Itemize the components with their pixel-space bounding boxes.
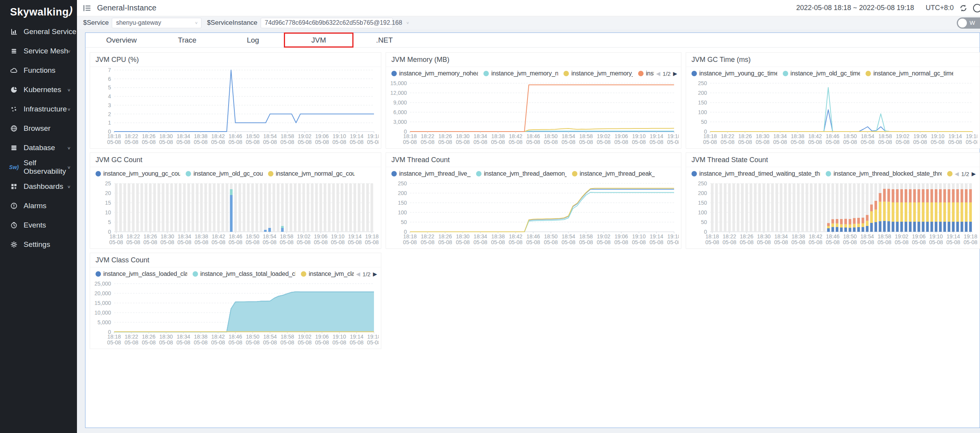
sidebar-item-service-mesh[interactable]: Service Mesh ∨ [0,41,77,61]
page-title: General-Instance [97,3,156,12]
legend-item[interactable]: instance_jvm_normal_gc_count [268,170,355,177]
svg-text:18:50: 18:50 [544,133,558,139]
timezone-label[interactable]: UTC+8:0 [925,4,954,12]
legend-prev-page-icon[interactable]: ◀ [356,271,360,277]
legend-dot [783,71,788,76]
svg-text:05-08: 05-08 [438,239,452,245]
legend-item[interactable]: instance_jvm_thread_timed_waiting_state_… [691,170,820,177]
legend-item[interactable]: instance_jvm_old_gc_time [783,70,860,77]
auto-refresh-toggle[interactable]: W [957,17,980,29]
service-select[interactable]: shenyu-gateway ∨ [112,18,201,28]
svg-text:19:14: 19:14 [650,233,663,240]
svg-text:100: 100 [698,209,707,216]
sidebar-item-dashboards[interactable]: Dashboards ∨ [0,177,77,196]
svg-text:18:58: 18:58 [280,133,294,139]
svg-text:05-08: 05-08 [757,239,771,245]
sidebar-item-infrastructure[interactable]: Infrastructure ∨ [0,99,77,119]
svg-text:19:06: 19:06 [615,233,628,240]
legend-item[interactable]: instance_jvm_thread_blocked_state_thread… [826,170,942,177]
svg-text:18:22: 18:22 [126,233,140,240]
legend-item[interactable]: instance_jvm_memory_noheap [483,70,558,77]
svg-text:05-08: 05-08 [843,239,857,245]
svg-text:18:34: 18:34 [774,233,788,240]
svg-text:05-08: 05-08 [315,339,329,346]
legend-item[interactable]: instance_jvm_memory_heap [563,70,633,77]
legend-item[interactable]: instance_jvm_class_to [301,270,355,277]
legend-item[interactable]: instance_jvm_thread_peak_count [572,170,655,177]
legend-next-page-icon[interactable]: ▶ [673,70,677,77]
sidebar-item-settings[interactable]: Settings [0,235,77,254]
svg-text:18:26: 18:26 [142,334,155,340]
tab-trace[interactable]: Trace [154,36,220,44]
svg-text:05-08: 05-08 [579,239,593,245]
svg-text:19:10: 19:10 [632,233,645,240]
svg-text:18:34: 18:34 [773,133,787,139]
svg-text:05-08: 05-08 [509,139,522,145]
sidebar-item-label: Functions [24,66,55,75]
svg-text:05-08: 05-08 [229,239,242,245]
sidebar-item-alarms[interactable]: Alarms [0,196,77,216]
legend-item[interactable]: instance_jvm_class_total_loaded_class_co… [193,270,296,277]
clock-icon[interactable] [973,4,980,12]
svg-text:05-08: 05-08 [297,239,311,245]
svg-text:18:58: 18:58 [280,233,294,240]
service-instance-select-value: 74d96c778c694c6b9b6322c62d55b765@192.168 [265,19,402,26]
svg-text:05-08: 05-08 [314,239,328,245]
legend-item[interactable]: instance_jvm_old_gc_count [186,170,263,177]
tab-jvm[interactable]: JVM [286,36,352,44]
refresh-icon[interactable] [959,4,968,12]
tab-log[interactable]: Log [220,36,286,44]
legend-dot [193,271,198,277]
sidebar-item-label: Service Mesh [24,47,68,55]
legend-item[interactable]: instance_jvm_thread_daemon_count [476,170,567,177]
svg-text:05-08: 05-08 [107,139,121,145]
legend-item[interactable]: instance_jvm_class_loaded_class_count [96,270,187,277]
legend-item[interactable]: instance_jvm_young_gc_time [691,70,777,77]
legend-item[interactable]: instance_jvm_normal_gc_time [866,70,953,77]
sidebar-item-self-observability[interactable]: Sw) Self Observability ∨ [0,157,77,177]
sidebar-item-events[interactable]: Events [0,216,77,235]
svg-text:18:30: 18:30 [456,133,470,139]
legend-item[interactable]: instance_jvm_thread_live_count [391,170,471,177]
chart-plot: 05010015020025018:1805-0818:2205-0818:26… [388,180,679,246]
service-instance-select[interactable]: 74d96c778c694c6b9b6322c62d55b765@192.168… [261,18,393,28]
sidebar-fold-icon[interactable] [82,3,92,13]
legend-dot [186,171,191,176]
chart-panel-jvm-class-count: JVM Class Count instance_jvm_class_loade… [90,253,381,349]
svg-text:05-08: 05-08 [367,139,379,145]
tab-dotnet[interactable]: .NET [352,36,417,44]
chart-title: JVM Thread State Count [686,153,980,167]
svg-text:50: 50 [701,119,707,125]
sidebar-item-kubernetes[interactable]: Kubernetes ∨ [0,80,77,99]
time-range-picker[interactable]: 2022-05-08 18:18 ~ 2022-05-08 19:18 [796,4,914,12]
app-root: Skywalking) General Service Service Mesh… [0,0,980,433]
svg-text:50: 50 [401,219,407,225]
sidebar-item-database[interactable]: Database ∨ [0,138,77,157]
svg-text:05-08: 05-08 [720,139,734,145]
legend-item[interactable]: instance_jvm_young_gc_count [96,170,180,177]
sidebar-item-general-service[interactable]: General Service [0,22,77,41]
svg-text:05-08: 05-08 [826,139,840,145]
svg-text:18:38: 18:38 [792,233,805,240]
legend-label: instance_jvm_normal_gc_time [873,70,953,77]
sidebar-item-browser[interactable]: Browser [0,119,77,138]
svg-text:18:58: 18:58 [878,233,891,240]
chart-panel-jvm-thread-state-count: JVM Thread State Count instance_jvm_thre… [686,152,980,249]
legend-next-page-icon[interactable]: ▶ [373,271,377,277]
legend-prev-page-icon[interactable]: ◀ [656,70,661,77]
legend-label: instance_jvm_thread_live_count [399,170,471,177]
legend-next-page-icon[interactable]: ▶ [971,171,976,177]
legend-prev-page-icon[interactable]: ◀ [955,171,959,177]
svg-text:05-08: 05-08 [526,239,540,245]
svg-text:200: 200 [398,190,407,196]
svg-text:18:22: 18:22 [421,133,434,139]
tab-overview[interactable]: Overview [89,36,154,44]
sidebar-item-functions[interactable]: Functions [0,61,77,80]
legend-item[interactable]: instance_jvm_memory_noheap_max [391,70,478,77]
toggle-knob [958,19,967,27]
legend-item[interactable]: insta [638,70,655,77]
svg-text:18:42: 18:42 [212,233,225,240]
svg-text:05-08: 05-08 [456,239,470,245]
svg-text:250: 250 [698,80,707,86]
chart-panel-jvm-gc-time: JVM GC Time (ms) instance_jvm_young_gc_t… [686,52,980,149]
